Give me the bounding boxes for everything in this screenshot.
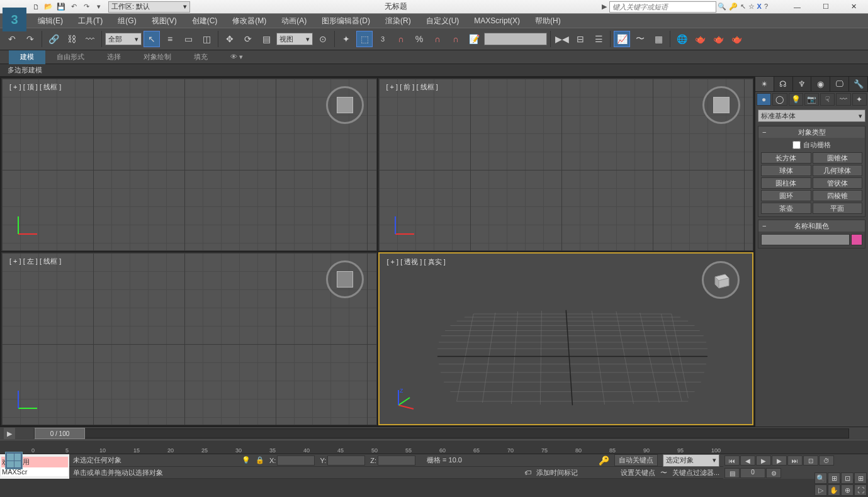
ribbon-tab-populate[interactable]: 填充 [183, 50, 219, 64]
menu-maxscript[interactable]: MAXScript(X) [466, 14, 527, 28]
help-icon[interactable]: ? [764, 3, 768, 11]
zoom-extents-all-button[interactable]: ⊞ [854, 472, 867, 484]
coord-y-input[interactable] [327, 455, 365, 466]
render-button[interactable]: 🫖 [710, 31, 726, 47]
menu-tools[interactable]: 工具(T) [70, 14, 110, 28]
setkey-button[interactable]: 设置关键点 [621, 468, 655, 477]
maximize-viewport-button[interactable]: ⛶ [854, 484, 867, 496]
subtab-systems[interactable]: ✦ [852, 93, 867, 106]
selection-filter-dropdown[interactable]: 全部▾ [105, 33, 142, 45]
viewcube-front[interactable] [702, 86, 740, 124]
next-frame-button[interactable]: ▶ [772, 455, 787, 466]
menu-edit[interactable]: 编辑(E) [30, 14, 70, 28]
viewcube-top[interactable] [326, 86, 364, 124]
key-filters-button[interactable]: 关键点过滤器... [672, 468, 719, 477]
key-icon[interactable]: 🔑 [729, 3, 738, 11]
current-frame-input[interactable]: 0 [740, 468, 765, 478]
menu-graph-editors[interactable]: 图形编辑器(D) [314, 14, 378, 28]
obj-pyramid[interactable]: 四棱锥 [813, 190, 863, 201]
key-icon[interactable]: 🔑 [599, 455, 609, 466]
unlink-button[interactable]: ⛓ [64, 31, 80, 47]
tab-utilities[interactable]: 🔧 [849, 77, 868, 91]
bind-spacewarp-button[interactable]: 〰 [82, 31, 98, 47]
viewport-front-label[interactable]: [ + ] [ 前 ] [ 线框 ] [386, 82, 438, 92]
time-ruler[interactable]: 0510152025303540455055606570758085909510… [0, 440, 868, 454]
viewport-top[interactable]: [ + ] [ 顶 ] [ 线框 ] [1, 78, 377, 251]
menu-modifiers[interactable]: 修改器(M) [225, 14, 274, 28]
key-filter-curve-icon[interactable]: 〜 [660, 468, 667, 477]
keymode-toggle[interactable]: ▤ [724, 468, 740, 478]
minimize-button[interactable]: — [783, 0, 811, 14]
rollout-object-type[interactable]: −对象类型 [758, 126, 865, 138]
key-mode-icon[interactable]: ⊡ [803, 455, 818, 466]
ref-coord-dropdown[interactable]: 视图▾ [276, 33, 313, 45]
obj-box[interactable]: 长方体 [761, 152, 811, 164]
autogrid-checkbox[interactable] [792, 141, 801, 149]
coord-z-input[interactable] [378, 455, 415, 466]
tab-motion[interactable]: ◉ [811, 77, 830, 91]
select-object-button[interactable]: ↖ [144, 31, 160, 47]
angle-snap-button[interactable]: 3 [375, 31, 391, 47]
new-icon[interactable]: 🗋 [30, 1, 42, 13]
obj-teapot[interactable]: 茶壶 [761, 203, 811, 214]
search-play-icon[interactable]: ▶ [602, 3, 607, 11]
obj-cylinder[interactable]: 圆柱体 [761, 177, 811, 189]
viewport-top-label[interactable]: [ + ] [ 顶 ] [ 线框 ] [9, 82, 61, 92]
scale-button[interactable]: ▤ [258, 31, 274, 47]
viewport-perspective[interactable]: [ + ] [ 透视 ] [ 真实 ] z [378, 252, 754, 425]
isolate-icon[interactable]: 🔒 [256, 456, 264, 464]
time-tag-icon[interactable]: 🏷 [524, 469, 531, 476]
obj-plane[interactable]: 平面 [813, 203, 863, 214]
layers-button[interactable]: ☰ [590, 31, 607, 47]
manipulate-button[interactable]: ✦ [338, 31, 354, 47]
viewport-layout-button[interactable] [5, 452, 23, 469]
binoculars-icon[interactable]: 🔍 [718, 3, 726, 11]
subtab-lights[interactable]: 💡 [789, 93, 803, 106]
obj-torus[interactable]: 圆环 [761, 190, 811, 201]
goto-end-button[interactable]: ⏭ [787, 455, 803, 466]
render-frame-button[interactable]: 🫖 [692, 31, 708, 47]
prev-frame-button[interactable]: ◀ [740, 455, 755, 466]
fov-button[interactable]: ▷ [814, 484, 827, 496]
move-button[interactable]: ✥ [222, 31, 238, 47]
coord-x-input[interactable] [277, 455, 315, 466]
ribbon-tab-objectpaint[interactable]: 对象绘制 [132, 50, 183, 64]
menu-create[interactable]: 创建(C) [184, 14, 225, 28]
material-editor-button[interactable]: ▦ [650, 31, 667, 47]
viewport-front[interactable]: [ + ] [ 前 ] [ 线框 ] [378, 78, 754, 251]
add-time-tag[interactable]: 添加时间标记 [536, 468, 578, 477]
obj-cone[interactable]: 圆锥体 [813, 152, 863, 164]
exchange-icon[interactable]: X [757, 3, 762, 11]
schematic-view-button[interactable]: 〜 [632, 31, 648, 47]
menu-animation[interactable]: 动画(A) [274, 14, 314, 28]
undo-button[interactable]: ↶ [4, 31, 20, 47]
rollout-name-color[interactable]: −名称和颜色 [758, 220, 865, 232]
ribbon-tab-freeform[interactable]: 自由形式 [45, 50, 96, 64]
align-button[interactable]: ⊟ [572, 31, 589, 47]
obj-tube[interactable]: 管状体 [813, 177, 863, 189]
tab-display[interactable]: 🖵 [830, 77, 849, 91]
autokey-button[interactable]: 自动关键点 [614, 454, 658, 466]
named-selection-input[interactable] [484, 33, 547, 45]
time-config-button[interactable]: ⏱ [819, 455, 834, 466]
pan-button[interactable]: ✋ [828, 484, 840, 496]
redo-icon[interactable]: ↷ [81, 1, 92, 13]
play-button[interactable]: ▶ [756, 455, 771, 466]
zoom-button[interactable]: 🔍 [814, 472, 827, 484]
workspace-dropdown[interactable]: 工作区: 默认 ▾ [108, 1, 190, 13]
menu-customize[interactable]: 自定义(U) [419, 14, 467, 28]
ribbon-tab-modeling[interactable]: 建模 [9, 50, 45, 64]
subtab-cameras[interactable]: 📷 [804, 93, 819, 106]
obj-geosphere[interactable]: 几何球体 [813, 165, 863, 176]
tab-modify[interactable]: ☊ [774, 77, 793, 91]
rect-region-button[interactable]: ▭ [180, 31, 196, 47]
zoom-all-button[interactable]: ⊞ [828, 472, 840, 484]
snap-4-button[interactable]: ∩ [448, 31, 464, 47]
render-prod-button[interactable]: 🫖 [728, 31, 745, 47]
maximize-button[interactable]: ☐ [811, 0, 840, 14]
subtab-shapes[interactable]: ◯ [772, 93, 787, 106]
undo-icon[interactable]: ↶ [68, 1, 79, 13]
mirror-button[interactable]: ▶◀ [554, 31, 570, 47]
star-icon[interactable]: ☆ [748, 3, 755, 11]
obj-sphere[interactable]: 球体 [761, 165, 811, 176]
